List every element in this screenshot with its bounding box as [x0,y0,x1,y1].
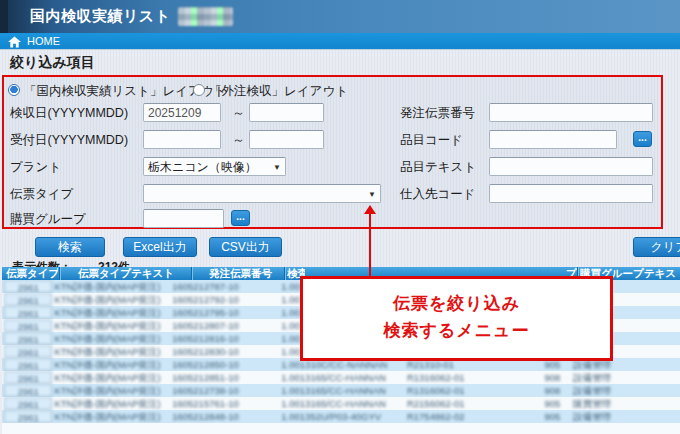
doc-type-select[interactable]: ▼ [143,184,381,203]
table-cell: 1.00 [255,280,300,293]
corner-notch [0,0,8,33]
table-cell: 13165/CC-HANNAN [300,371,407,384]
table-cell: 1605212816-10 [172,332,255,345]
table-cell: 1.00 [255,319,300,332]
title-bar: 国内検収実績リスト [0,0,680,33]
table-cell: 2961 [4,306,52,319]
tilde-separator: ～ [232,104,245,122]
supplier-code-label: 仕入先コード [400,186,476,203]
radio-outsourced-layout[interactable] [193,84,205,96]
po-number-label: 発注伝票番号 [400,105,475,122]
supplier-code-input[interactable] [489,184,653,203]
table-cell: 1.00 [255,358,300,371]
table-row[interactable]: 2961KTN評価-国内(MAP発注)1605212851-101.001316… [2,371,680,384]
table-cell [560,423,573,434]
table-cell: 1.00 [255,397,300,410]
annotation-line2: 検索するメニュー [303,317,610,344]
table-cell: 1.00 [255,306,300,319]
po-number-input[interactable] [489,103,653,122]
table-cell: 1.00 [255,384,300,397]
home-icon [8,36,21,48]
callout-arrow-head [364,205,376,214]
table-cell [253,423,298,434]
table-cell: 1605212787-10 [172,280,255,293]
table-cell: KTN評価-国内(MAP発注) [54,280,172,293]
table-cell [2,423,51,434]
acceptance-date-from-input[interactable] [143,103,221,122]
table-cell: 2961 [4,280,52,293]
table-cell: 設備管理 [573,371,680,384]
table-cell: R1316062-01 [407,371,487,384]
table-row[interactable]: 2961KTN評価-国内(MAP発注)1605212848-101.001352… [2,410,680,423]
table-cell: KTN評価-国内(MAP発注) [54,306,172,319]
table-cell: 2961 [4,332,52,345]
table-cell: 購買管理 [573,397,680,410]
item-code-browse-button[interactable]: ... [633,131,652,147]
table-cell: 905 [487,410,560,423]
table-cell: 2961 [4,358,52,371]
table-row[interactable]: 2961KTN評価-国内(MAP発注)1605212738-101.001316… [2,384,680,397]
column-separator [59,267,60,280]
page-title: 国内検収実績リスト [30,7,171,26]
tilde-separator: ～ [232,131,245,149]
filter-heading: 絞り込み項目 [10,54,95,72]
purchasing-group-browse-button[interactable]: ... [231,210,250,226]
purchasing-group-label: 購買グループ [10,211,86,228]
table-cell: KTN評価-国内(MAP発注) [54,332,172,345]
table-cell: 1605215761-10 [172,397,255,410]
table-header-cell[interactable]: 発注伝票番号 [198,267,283,280]
item-text-input[interactable] [489,157,653,176]
table-cell: 1.00 [255,410,300,423]
table-cell: R2156062-01 [407,397,487,410]
clear-button[interactable]: クリア [633,237,680,257]
app-window: 国内検収実績リスト HOME 絞り込み項目 「国内検収実績リスト」レイアウト 「… [0,0,680,434]
table-cell: 1605212795-10 [172,306,255,319]
table-cell: 2961 [4,384,52,397]
item-code-input[interactable] [489,130,617,149]
table-cell: 2961 [4,397,52,410]
search-button[interactable]: 検索 [35,237,105,257]
acceptance-date-to-input[interactable] [249,103,324,122]
plant-select-value: 栃木ニコン（映像） [148,160,257,174]
radio-outsourced-layout-label[interactable]: 「外注検収」レイアウト [209,83,348,100]
receipt-date-label: 受付日(YYYYMMDD) [10,132,128,149]
table-cell: R1316062-01 [407,384,487,397]
table-cell [560,410,573,423]
table-cell: 1.00 [255,332,300,345]
callout-arrow-line [369,210,371,277]
chevron-down-icon: ▼ [273,163,281,172]
radio-domestic-layout[interactable] [8,84,20,96]
doc-type-label: 伝票タイプ [10,186,73,203]
table-cell [560,384,573,397]
filter-panel: 「国内検収実績リスト」レイアウト 「外注検収」レイアウト 検収日(YYYYMMD… [2,75,663,229]
table-cell: 13165/CC-HANNAN [300,384,407,397]
table-header-cell[interactable]: 伝票タイプ [6,267,58,280]
table-cell: 1.00 [255,345,300,358]
table-cell: 1605212848-10 [172,410,255,423]
purchasing-group-input[interactable] [143,209,224,228]
table-row[interactable] [2,423,680,434]
csv-export-button[interactable]: CSV出力 [209,237,282,257]
table-header-cell[interactable]: 伝票タイプテキスト [62,267,190,280]
table-cell: 1.00 [255,371,300,384]
home-link[interactable]: HOME [27,35,60,47]
table-cell: 1605212738-10 [172,384,255,397]
table-cell: 1605212792-10 [172,293,255,306]
receipt-date-to-input[interactable] [249,130,324,149]
table-cell: 1605212830-10 [172,345,255,358]
table-cell: 908 [487,371,560,384]
table-cell: KTN評価-国内(MAP発注) [54,397,172,410]
table-row[interactable]: 2961KTN評価-国内(MAP発注)1605215761-101.001316… [2,397,680,410]
table-cell: 1.00 [255,293,300,306]
excel-export-button[interactable]: Excel出力 [123,237,197,257]
receipt-date-from-input[interactable] [143,130,221,149]
annotation-line1: 伝票を絞り込み [303,290,610,317]
plant-select[interactable]: 栃木ニコン（映像） ▼ [143,157,286,176]
table-cell [51,423,170,434]
chevron-down-icon: ▼ [368,190,376,199]
column-separator [284,267,285,280]
table-cell [169,423,253,434]
table-cell: 908 [487,384,560,397]
table-cell [572,423,680,434]
table-cell: 1605212851-10 [172,371,255,384]
